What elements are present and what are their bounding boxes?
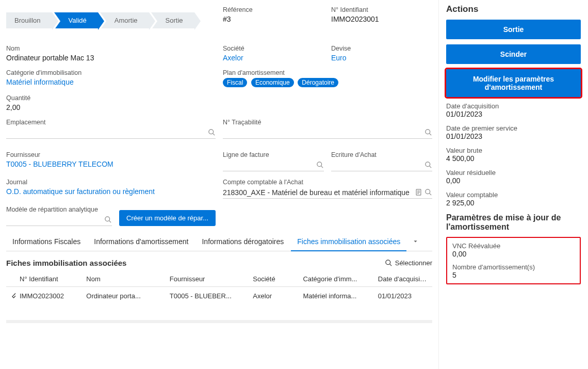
qty-value: 2,00 (6, 103, 216, 111)
svg-point-2 (426, 130, 430, 134)
assoc-select-button[interactable]: Sélectionner (385, 259, 432, 267)
col-acqdate[interactable]: Date d'acquisitio... (374, 271, 432, 287)
action-scinder-button[interactable]: Scinder (446, 44, 581, 64)
svg-line-17 (389, 264, 391, 266)
gross-label: Valeur brute (446, 147, 581, 154)
col-name[interactable]: Nom (82, 271, 166, 287)
trace-label: N° Traçabilité (223, 119, 432, 126)
acq-date-value: 01/01/2023 (446, 110, 581, 118)
invoice-line-label: Ligne de facture (223, 151, 324, 158)
svg-point-14 (105, 217, 110, 221)
create-analytic-model-button[interactable]: Créer un modèle de répar... (119, 210, 216, 226)
col-category[interactable]: Catégorie d'imm... (299, 271, 373, 287)
nb-amort-value: 5 (452, 271, 575, 279)
step-valide[interactable]: Validé (54, 12, 98, 28)
purchase-account-value: 218300_AXE - Matériel de bureau et matér… (223, 188, 413, 197)
svg-line-5 (321, 166, 323, 168)
document-icon[interactable] (415, 188, 422, 196)
plan-badges: Fiscal Economique Dérogatoire (223, 78, 432, 87)
residual-value: 0,00 (446, 177, 581, 185)
search-icon (104, 216, 112, 223)
svg-line-15 (109, 220, 111, 222)
svg-line-7 (429, 166, 431, 168)
purchase-account-label: Compte comptable à l'Achat (223, 179, 432, 186)
category-label: Catégorie d'immobilisation (6, 69, 216, 76)
book-label: Valeur comptable (446, 191, 581, 199)
svg-point-12 (426, 189, 430, 194)
analytic-label: Modèle de répartition analytique (6, 206, 112, 213)
badge-derogatoire[interactable]: Dérogatoire (298, 78, 338, 87)
journal-value[interactable]: O.D. automatique sur facturation ou règl… (6, 187, 216, 196)
badge-economique[interactable]: Economique (251, 78, 294, 87)
step-brouillon[interactable]: Brouillon (6, 12, 52, 28)
journal-label: Journal (6, 179, 216, 186)
col-supplier[interactable]: Fournisseur (166, 271, 249, 287)
cell-company: Axelor (249, 287, 299, 305)
status-steps: Brouillon Validé Amortie Sortie (6, 12, 216, 28)
svg-point-4 (317, 162, 322, 167)
supplier-value[interactable]: T0005 - BLUEBERRY TELECOM (6, 160, 216, 168)
step-sortie[interactable]: Sortie (151, 12, 194, 28)
book-value: 2 925,00 (446, 199, 581, 207)
tab-amortissement[interactable]: Informations d'amortissement (88, 233, 194, 251)
tabs-overflow[interactable] (407, 233, 423, 251)
svg-line-1 (213, 133, 215, 135)
nb-amort-label: Nombre d'amortissement(s) (452, 263, 575, 271)
location-input[interactable] (6, 127, 216, 139)
location-label: Emplacement (6, 119, 216, 126)
purchase-account-input[interactable]: 218300_AXE - Matériel de bureau et matér… (223, 187, 432, 199)
tab-assoc[interactable]: Fiches immobilisation associées (291, 233, 406, 251)
cell-category: Matériel informa... (299, 287, 373, 305)
tab-derogatoire[interactable]: Informations dérogatoires (195, 233, 290, 251)
tab-fiscal[interactable]: Informations Fiscales (6, 233, 87, 251)
identifier-label: N° Identifiant (331, 6, 432, 13)
assoc-title: Fiches immobilisation associées (6, 259, 126, 267)
vnc-value: 0,00 (452, 250, 575, 258)
cell-id: IMMO2023002 (15, 287, 82, 305)
svg-line-3 (429, 133, 431, 135)
action-sortie-button[interactable]: Sortie (446, 20, 581, 39)
currency-value[interactable]: Euro (331, 54, 432, 62)
supplier-label: Fournisseur (6, 151, 216, 158)
company-value[interactable]: Axelor (223, 54, 324, 62)
assoc-table: N° Identifiant Nom Fournisseur Société C… (6, 271, 432, 304)
svg-point-0 (209, 130, 214, 134)
svg-point-16 (386, 260, 390, 265)
search-icon (316, 161, 324, 169)
vnc-label: VNC Réévaluée (452, 242, 575, 250)
trace-input[interactable] (223, 127, 432, 139)
invoice-line-input[interactable] (223, 160, 324, 171)
service-date-label: Date de premier service (446, 124, 581, 132)
col-company[interactable]: Société (249, 271, 299, 287)
assoc-select-label: Sélectionner (395, 259, 432, 267)
action-modifier-button[interactable]: Modifier les paramètres d'amortissement (446, 69, 581, 97)
scrollbar-horizontal[interactable] (6, 320, 432, 323)
table-row[interactable]: IMMO2023002 Ordinateur porta... T0005 - … (6, 287, 432, 305)
tabs: Informations Fiscales Informations d'amo… (6, 233, 432, 251)
reference-value: #3 (223, 15, 324, 23)
col-id[interactable]: N° Identifiant (15, 271, 82, 287)
qty-label: Quantité (6, 94, 216, 102)
cell-name: Ordinateur porta... (82, 287, 166, 305)
purchase-entry-input[interactable] (331, 160, 432, 171)
purchase-entry-label: Ecriture d'Achat (331, 151, 432, 158)
search-icon[interactable] (424, 188, 432, 196)
service-date-value: 01/01/2023 (446, 132, 581, 140)
cell-acqdate: 01/01/2023 (374, 287, 432, 305)
search-icon (208, 129, 216, 136)
category-value[interactable]: Matériel informatique (6, 78, 216, 86)
search-icon (385, 259, 393, 267)
actions-title: Actions (446, 4, 581, 14)
step-amortie[interactable]: Amortie (100, 12, 149, 28)
company-label: Société (223, 45, 324, 52)
acq-date-label: Date d'acquisition (446, 102, 581, 110)
search-icon (424, 161, 432, 169)
svg-point-6 (426, 162, 430, 167)
plan-label: Plan d'amortissement (223, 69, 432, 76)
residual-label: Valeur résiduelle (446, 169, 581, 177)
edit-icon[interactable] (11, 291, 15, 299)
name-value: Ordinateur portable Mac 13 (6, 54, 216, 62)
svg-line-13 (429, 193, 431, 195)
badge-fiscal[interactable]: Fiscal (223, 78, 247, 87)
analytic-input[interactable] (6, 215, 112, 226)
